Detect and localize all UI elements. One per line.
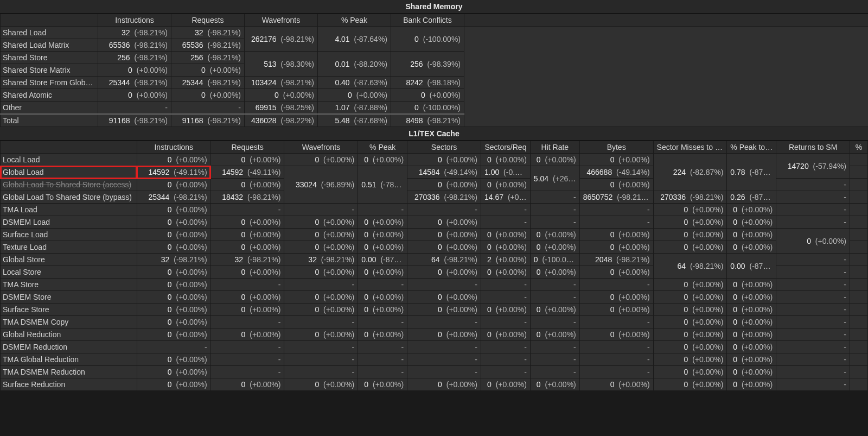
col-header[interactable]: Requests xyxy=(171,14,245,27)
metric-cell: 32 (-98.21%) xyxy=(171,27,245,39)
metric-cell: - xyxy=(579,204,653,216)
spacer-cell xyxy=(850,341,868,353)
col-header[interactable]: Wavefronts xyxy=(245,14,318,27)
col-header[interactable]: Wavefronts xyxy=(284,141,358,154)
col-header[interactable]: % Peak xyxy=(318,14,391,27)
metric-cell: 0 (+0.00%) xyxy=(653,378,727,391)
metric-cell: 0 (+0.00%) xyxy=(653,316,727,328)
metric-cell: 0 (+0.00%) xyxy=(171,89,245,102)
metric-cell: 0 (+0.00%) xyxy=(284,291,358,304)
metric-cell: 0 (+0.00%) xyxy=(776,229,850,254)
row-label: Global Store xyxy=(1,254,137,266)
metric-cell: 0 (+0.00%) xyxy=(727,304,776,316)
row-label: Global Reduction xyxy=(1,328,137,341)
metric-cell: - xyxy=(776,316,850,328)
metric-cell: - xyxy=(776,328,850,341)
metric-cell: 65536 (-98.21%) xyxy=(98,39,171,52)
metric-cell: 65536 (-98.21%) xyxy=(171,39,245,52)
metric-cell: 0 (+0.00%) xyxy=(727,291,776,304)
metric-cell: 32 (-98.21%) xyxy=(210,254,284,266)
metric-cell: 0 (+0.00%) xyxy=(210,266,284,279)
metric-cell: 0.01 (-88.20%) xyxy=(318,52,391,77)
metric-cell: 0 (+0.00%) xyxy=(137,179,210,191)
metric-cell: - xyxy=(407,316,481,328)
spacer-cell xyxy=(850,166,868,179)
metric-cell: 0 (+0.00%) xyxy=(727,353,776,366)
metric-cell: 18432 (-98.21%) xyxy=(210,191,284,204)
col-header[interactable]: % Peak to L2 xyxy=(727,141,776,154)
metric-cell: 0 (+0.00%) xyxy=(284,216,358,229)
metric-cell: 0 (+0.00%) xyxy=(407,266,481,279)
metric-cell: - xyxy=(358,366,407,378)
metric-cell: 0 (+0.00%) xyxy=(481,229,530,241)
metric-cell: 0 (+0.00%) xyxy=(727,366,776,378)
metric-cell: 0 (+0.00%) xyxy=(727,279,776,291)
metric-cell: 0 (+0.00%) xyxy=(358,291,407,304)
metric-cell: 0 (+0.00%) xyxy=(579,304,653,316)
metric-cell: 2048 (-98.21%) xyxy=(579,254,653,266)
metric-cell: - xyxy=(210,341,284,353)
metric-cell: - xyxy=(210,353,284,366)
metric-cell: 0 (+0.00%) xyxy=(137,266,210,279)
metric-cell: - xyxy=(284,204,358,216)
table-header-row: Instructions Requests Wavefronts % Peak … xyxy=(1,141,868,154)
metric-cell: 8498 (-98.21%) xyxy=(391,114,464,127)
spacer-cell xyxy=(850,353,868,366)
metric-cell: 0 (+0.00%) xyxy=(137,353,210,366)
metric-cell: 91168 (-98.21%) xyxy=(171,114,245,127)
metric-cell: 0 (+0.00%) xyxy=(284,266,358,279)
col-header[interactable]: Instructions xyxy=(98,14,171,27)
metric-cell: 0 (+0.00%) xyxy=(481,241,530,254)
col-header[interactable]: Requests xyxy=(210,141,284,154)
col-header[interactable] xyxy=(1,141,137,154)
spacer-cell xyxy=(850,216,868,229)
row-label: Surface Reduction xyxy=(1,378,137,391)
metric-cell: - xyxy=(481,216,530,229)
metric-cell: 436028 (-98.22%) xyxy=(245,114,318,127)
metric-cell: - xyxy=(776,266,850,279)
spacer-cell xyxy=(850,179,868,191)
col-header[interactable]: Sectors/Req xyxy=(481,141,530,154)
metric-cell: 25344 (-98.21%) xyxy=(137,191,210,204)
spacer-cell xyxy=(850,191,868,204)
col-header[interactable]: Returns to SM xyxy=(776,141,850,154)
metric-cell: 0 (+0.00%) xyxy=(137,216,210,229)
row-label: Other xyxy=(1,102,98,115)
metric-cell: 0 (+0.00%) xyxy=(481,328,530,341)
metric-cell: 32 (-98.21%) xyxy=(137,254,210,266)
row-label: TMA Load xyxy=(1,204,137,216)
table-row: Surface Load0 (+0.00%)0 (+0.00%)0 (+0.00… xyxy=(1,229,868,241)
metric-cell: 91168 (-98.21%) xyxy=(98,114,171,127)
col-header[interactable] xyxy=(1,14,98,27)
col-header[interactable]: Sectors xyxy=(407,141,481,154)
metric-cell: 14592 (-49.11%) xyxy=(210,166,284,179)
metric-cell: - xyxy=(579,341,653,353)
col-header[interactable]: Bank Conflicts xyxy=(391,14,464,27)
metric-cell: 0 (+0.00%) xyxy=(579,266,653,279)
metric-cell: - xyxy=(407,204,481,216)
metric-cell: 0 (+0.00%) xyxy=(137,279,210,291)
metric-cell: 0 (+0.00%) xyxy=(358,266,407,279)
col-header[interactable]: Sector Misses to L2 xyxy=(653,141,727,154)
metric-cell: 5.48 (-87.68%) xyxy=(318,114,391,127)
row-label: TMA DSMEM Reduction xyxy=(1,366,137,378)
table-row: Global Reduction0 (+0.00%)0 (+0.00%)0 (+… xyxy=(1,328,868,341)
metric-cell: 0 (+0.00%) xyxy=(137,304,210,316)
metric-cell: 270336 (-98.21%) xyxy=(407,191,481,204)
col-header[interactable]: Bytes xyxy=(579,141,653,154)
metric-cell: 0 (+0.00%) xyxy=(653,291,727,304)
row-label: TMA Store xyxy=(1,279,137,291)
col-header[interactable]: Hit Rate xyxy=(530,141,579,154)
col-header[interactable]: % Peak xyxy=(358,141,407,154)
col-header[interactable]: Instructions xyxy=(137,141,210,154)
metric-cell: 25344 (-98.21%) xyxy=(171,77,245,89)
metric-cell: - xyxy=(407,341,481,353)
metric-cell: 0 (+0.00%) xyxy=(579,241,653,254)
metric-cell: 0 (+0.00%) xyxy=(284,229,358,241)
col-header[interactable]: % xyxy=(850,141,868,154)
metric-cell: 0 (-100.00%) xyxy=(391,27,464,52)
metric-cell: 0 (+0.00%) xyxy=(530,328,579,341)
metric-cell: - xyxy=(530,279,579,291)
table-row: Local Load0 (+0.00%)0 (+0.00%)0 (+0.00%)… xyxy=(1,154,868,166)
table-row: DSMEM Load0 (+0.00%)0 (+0.00%)0 (+0.00%)… xyxy=(1,216,868,229)
